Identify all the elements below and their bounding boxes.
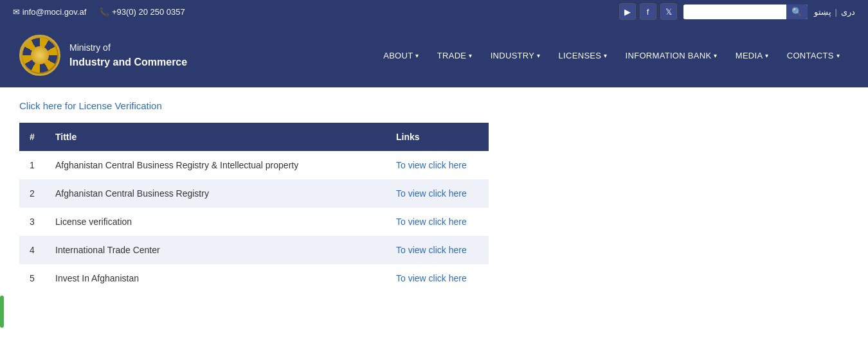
- table-body: 1 Afghanistan Central Business Registry …: [19, 151, 489, 292]
- nav-item-industry[interactable]: INDUSTRY ▾: [482, 23, 550, 87]
- nav-item-contacts[interactable]: CONTACTS ▾: [778, 23, 849, 87]
- lang-separator: |: [835, 7, 837, 17]
- org-name: Ministry of Industry and Commerce: [69, 41, 187, 70]
- search-input[interactable]: [683, 5, 786, 19]
- cell-num: 3: [19, 208, 45, 236]
- nav-item-media[interactable]: MEDIA ▾: [727, 23, 778, 87]
- top-bar: ✉ info@moci.gov.af 📞 +93(0) 20 250 0357 …: [0, 0, 868, 23]
- facebook-icon[interactable]: f: [640, 3, 656, 20]
- site-header: Ministry of Industry and Commerce ABOUT …: [0, 23, 868, 87]
- social-icons: ▶ f 𝕏: [619, 3, 677, 20]
- table-header: # Tittle Links: [19, 123, 489, 151]
- dari-link[interactable]: دری: [841, 7, 855, 17]
- chevron-down-icon: ▾: [469, 52, 472, 59]
- cell-num: 4: [19, 236, 45, 264]
- cell-title: Afghanistan Central Business Registry & …: [45, 151, 386, 179]
- chevron-down-icon: ▾: [836, 52, 840, 59]
- table-row: 5 Invest In Afghanistan To view click he…: [19, 264, 489, 292]
- nav-item-information-bank[interactable]: INFORMATION BANK ▾: [617, 23, 727, 87]
- table-row: 2 Afghanistan Central Business Registry …: [19, 179, 489, 208]
- email-link[interactable]: ✉ info@moci.gov.af: [13, 7, 86, 17]
- chevron-down-icon: ▾: [537, 52, 540, 59]
- org-name-line2: Industry and Commerce: [69, 55, 187, 70]
- cell-num: 5: [19, 264, 45, 292]
- cell-title: Afghanistan Central Business Registry: [45, 179, 386, 208]
- col-header-num: #: [19, 123, 45, 151]
- col-header-links: Links: [386, 123, 489, 151]
- search-box: 🔍: [683, 4, 808, 19]
- main-content: Click here for License Verification # Ti…: [0, 87, 868, 305]
- chevron-down-icon: ▾: [765, 52, 768, 59]
- logo-area[interactable]: Ministry of Industry and Commerce: [19, 35, 187, 76]
- pashto-link[interactable]: پښتو: [814, 7, 831, 17]
- nav-item-trade[interactable]: TRADE ▾: [428, 23, 482, 87]
- chevron-down-icon: ▾: [714, 52, 717, 59]
- table-row: 1 Afghanistan Central Business Registry …: [19, 151, 489, 179]
- cell-num: 2: [19, 179, 45, 208]
- table-row: 3 License verification To view click her…: [19, 208, 489, 236]
- phone-link[interactable]: 📞 +93(0) 20 250 0357: [99, 7, 185, 17]
- cell-link[interactable]: To view click here: [386, 264, 489, 292]
- top-bar-left: ✉ info@moci.gov.af 📞 +93(0) 20 250 0357: [13, 7, 185, 17]
- cell-title: License verification: [45, 208, 386, 236]
- youtube-icon[interactable]: ▶: [619, 3, 636, 20]
- chevron-down-icon: ▾: [415, 52, 419, 59]
- twitter-icon[interactable]: 𝕏: [660, 3, 677, 20]
- col-header-title: Tittle: [45, 123, 386, 151]
- nav-item-licenses[interactable]: LICENSES ▾: [550, 23, 617, 87]
- cell-title: International Trade Center: [45, 236, 386, 264]
- links-table: # Tittle Links 1 Afghanistan Central Bus…: [19, 123, 489, 292]
- org-name-line1: Ministry of: [69, 41, 187, 55]
- language-links: پښتو | دری: [814, 7, 855, 17]
- main-nav: ABOUT ▾TRADE ▾INDUSTRY ▾LICENSES ▾INFORM…: [374, 23, 849, 87]
- cell-title: Invest In Afghanistan: [45, 264, 386, 292]
- cell-link[interactable]: To view click here: [386, 151, 489, 179]
- cell-num: 1: [19, 151, 45, 179]
- top-bar-right: ▶ f 𝕏 🔍 پښتو | دری: [619, 3, 855, 20]
- cell-link[interactable]: To view click here: [386, 179, 489, 208]
- search-button[interactable]: 🔍: [786, 4, 808, 19]
- license-verification-link[interactable]: Click here for License Verification: [19, 100, 162, 111]
- table-row: 4 International Trade Center To view cli…: [19, 236, 489, 264]
- cell-link[interactable]: To view click here: [386, 208, 489, 236]
- chevron-down-icon: ▾: [604, 52, 607, 59]
- cell-link[interactable]: To view click here: [386, 236, 489, 264]
- logo-icon: [19, 35, 60, 76]
- nav-item-about[interactable]: ABOUT ▾: [374, 23, 428, 87]
- scroll-indicator: [0, 296, 4, 305]
